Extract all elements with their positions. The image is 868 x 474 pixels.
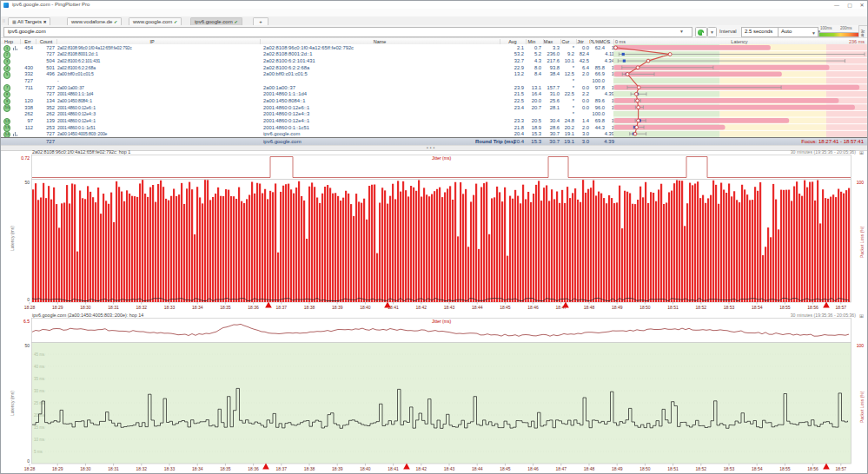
close-button[interactable]: ✕ (856, 2, 868, 9)
tab-ipv6.google.com[interactable]: ipv6.google.com ✔ (190, 17, 242, 25)
table-row[interactable]: 44305012a02:8100:6:2:2:68a2a02:8100:6:2:… (1, 64, 613, 71)
graph2-right-axis-label: Packet Loss (%) (859, 392, 865, 423)
svg-text:18:48: 18:48 (584, 305, 595, 310)
table-row[interactable]: 91201342a00:1450:8084::12a00:1450:8084::… (1, 97, 613, 104)
start-options-dropdown[interactable]: ▼ (707, 27, 717, 37)
table-row[interactable]: 2622622001:4860:0:12e4::32001:4860:0:12e… (1, 110, 613, 117)
svg-text:18:29: 18:29 (52, 305, 63, 310)
svg-text:18:39: 18:39 (332, 466, 343, 471)
cell-mos: 4.39 (595, 131, 614, 136)
start-icon (698, 30, 704, 36)
svg-text:18:31: 18:31 (108, 466, 119, 471)
table-row[interactable]: 77117272a00:1a00::372a00:1a00::3723.913.… (1, 84, 613, 91)
target-input[interactable]: ipv6.google.com (3, 27, 692, 37)
cell-name: 2a02:8100:6:2:2:68a (263, 65, 309, 70)
table-row[interactable]: 53324962a00:bff0:c01:c01:52a00:bff0:c01:… (1, 71, 613, 78)
cell-err: 727 (20, 78, 33, 83)
cell-count: 727 (37, 91, 55, 96)
svg-text:18:30: 18:30 (80, 305, 91, 310)
alert-marker-icon (823, 464, 830, 470)
cell-count: 504 (37, 58, 55, 63)
svg-text:18:49: 18:49 (612, 305, 623, 310)
svg-text:0: 0 (27, 297, 30, 302)
interval-value: 2.5 seconds (745, 29, 772, 34)
latency-color-scale (818, 32, 861, 37)
maximize-button[interactable]: ▢ (844, 2, 856, 9)
svg-text:15 ms: 15 ms (34, 425, 45, 430)
tab-www.google.com[interactable]: www.google.com ✔ (129, 17, 182, 25)
svg-text:18:39: 18:39 (332, 305, 343, 310)
cell-ip: 2001:4860:0:12e4::3 (57, 111, 96, 116)
cell-count: 262 (37, 111, 55, 116)
svg-text:18:30: 18:30 (80, 466, 91, 471)
cell-avg: 23.3 (501, 118, 524, 123)
rt-jttr: 3.0 (572, 139, 589, 144)
tab-label: All Targets (17, 19, 42, 24)
table-row[interactable]: 147272a00:1450:4005:803::200eipv6.google… (1, 130, 613, 137)
cell-ip: 2a02:8100:6:2:101:431 (57, 58, 100, 63)
svg-text:18:45: 18:45 (500, 466, 511, 471)
cell-name: 2a00:1a00::37 (263, 85, 295, 90)
svg-text:10 ms: 10 ms (34, 438, 45, 442)
cell-err: 332 (20, 71, 33, 76)
svg-text:18:47: 18:47 (556, 466, 567, 471)
tab-www.vodafone.de[interactable]: www.vodafone.de ✔ (67, 17, 122, 25)
cell-avg: 53.2 (501, 51, 524, 56)
toolbar: ipv6.google.com ▼ ▼ Interval 2.5 seconds… (1, 25, 868, 38)
cell-ip: 2a02:8108:96c0:1f0:4a12:65ff:fe02:792c (57, 45, 132, 50)
cell-avg: 13.2 (501, 71, 524, 76)
latency-graph-panel[interactable] (613, 44, 867, 137)
cell-mos: 4.34 (595, 58, 614, 63)
alert-marker-icon (265, 302, 272, 308)
table-row[interactable]: 727-*100.0 (1, 77, 613, 84)
cell-pl: 100.0 (584, 111, 605, 116)
cell-avg: 22.5 (501, 98, 524, 103)
table-row[interactable]: 87272001:4860:1:1::1d42001:4860:1:1::1d4… (1, 91, 613, 98)
cell-mos: 1 (595, 71, 614, 76)
table-row[interactable]: 103383522001:4860:0:12e6::12001:4860:0:1… (1, 104, 613, 111)
table-row[interactable]: 27272a02:8108:8001:2d::12a02:8108:8001:2… (1, 51, 613, 58)
cell-ip: 2a00:1a00::37 (57, 85, 84, 90)
minimize-button[interactable]: — (831, 2, 843, 9)
svg-text:20 ms: 20 ms (34, 413, 45, 418)
svg-text:18:44: 18:44 (472, 466, 483, 471)
table-row[interactable]: 131122532001:4860:0:1::1c512001:4860:0:1… (1, 124, 613, 131)
close-tab-icon[interactable]: ✖ (43, 20, 47, 24)
cell-jttr: 42.5 (572, 58, 589, 63)
svg-text:18:29: 18:29 (52, 466, 63, 471)
graph2-timeline[interactable]: 45 ms40 ms35 ms30 ms25 ms20 ms15 ms10 ms… (1, 318, 868, 474)
cell-mos: 1 (595, 98, 614, 103)
rt-mos: 4.39 (595, 139, 614, 144)
graph1-timeline[interactable]: 0.72Jitter (ms)50010018:2818:2918:3018:3… (1, 155, 868, 312)
svg-text:18:43: 18:43 (444, 305, 455, 310)
new-tab-button[interactable]: + (253, 17, 268, 25)
cell-name: 2a00:bff0:c01:c01:5 (263, 71, 308, 76)
interval-label: Interval (719, 29, 737, 34)
svg-text:18:34: 18:34 (192, 305, 203, 310)
focus-select[interactable]: Auto▼ (778, 27, 818, 37)
tab-all-targets[interactable]: ▦ All Targets ✖ (8, 17, 50, 25)
cell-ip: 2a00:1450:4005:803::200e (57, 131, 107, 136)
cell-mos: 1 (595, 105, 614, 110)
target-dropdown-icon[interactable]: ▼ (679, 29, 684, 34)
table-row[interactable]: 12971392001:4860:0:12e4::12001:4860:0:12… (1, 117, 613, 124)
start-trace-button[interactable] (695, 27, 707, 37)
svg-text:18:49: 18:49 (612, 466, 623, 471)
splitter-handle[interactable]: ••• (1, 145, 868, 151)
svg-text:18:48: 18:48 (584, 466, 595, 471)
table-row[interactable]: 14547272a02:8108:96c0:1f0:4a12:65ff:fe02… (1, 44, 613, 51)
cell-ip: - (57, 78, 59, 83)
table-row[interactable]: 35042a02:8100:6:2:101:4312a02:8100:6:2:1… (1, 57, 613, 64)
svg-text:18:57: 18:57 (836, 466, 847, 471)
cell-name: 2a02:8108:8001:2d::1 (263, 51, 312, 56)
cell-cur: * (557, 78, 574, 83)
cell-mos: 1 (595, 45, 614, 50)
svg-text:0: 0 (27, 458, 30, 464)
svg-text:18:38: 18:38 (304, 466, 315, 471)
cell-err: 112 (20, 125, 33, 130)
cell-ip: 2001:4860:0:12e6::1 (57, 105, 96, 110)
cell-jttr: 3.0 (572, 131, 589, 136)
svg-text:18:50: 18:50 (639, 466, 651, 471)
check-icon: ✔ (234, 19, 237, 24)
svg-text:18:42: 18:42 (416, 305, 427, 310)
